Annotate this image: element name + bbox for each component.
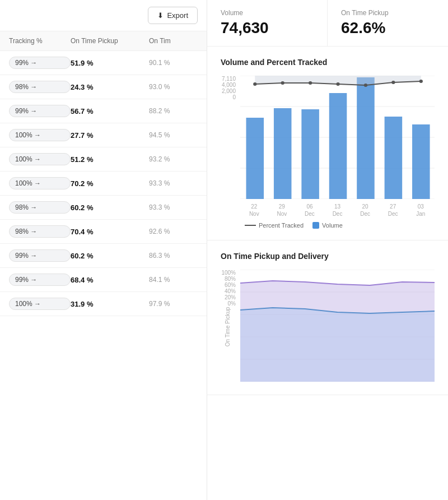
volume-value: 74,630 <box>221 19 314 37</box>
svg-point-19 <box>419 80 423 83</box>
on-time-pickup-cell: 60.2 % <box>71 203 149 212</box>
svg-point-15 <box>309 81 312 85</box>
legend-line-icon <box>245 225 256 226</box>
bar-chart-section: Volume and Percent Tracked 7,110 4,000 2… <box>207 47 448 240</box>
table-row: 99% →68.4 %84.1 % <box>0 268 207 292</box>
line-y-axis: 100% 80% 60% 40% 20% 0% <box>221 270 240 307</box>
svg-rect-9 <box>357 77 375 199</box>
metrics-row: Volume 74,630 On Time Pickup 62.6% <box>207 0 448 47</box>
legend-volume-label: Volume <box>322 222 343 229</box>
line-chart-y-label: On Time Pickup <box>225 307 231 346</box>
tracking-badge[interactable]: 98% → <box>9 225 71 238</box>
on-time-delivery-cell: 92.6 % <box>149 228 198 235</box>
on-time-pickup-cell: 56.7 % <box>71 107 149 115</box>
svg-point-16 <box>336 82 339 86</box>
on-time-pickup-cell: 68.4 % <box>71 276 149 284</box>
x-axis-label: 20Dec <box>351 203 379 217</box>
svg-point-17 <box>364 84 367 87</box>
svg-point-18 <box>391 81 395 84</box>
table-row: 99% →51.9 %90.1 % <box>0 51 207 75</box>
x-axis-label: 22Nov <box>240 203 268 217</box>
legend-percent-label: Percent Tracked <box>259 222 304 229</box>
export-icon: ⬇ <box>157 11 164 20</box>
on-time-delivery-cell: 93.3 % <box>149 203 198 211</box>
legend-box-icon <box>312 222 319 229</box>
svg-marker-27 <box>240 308 435 382</box>
legend-volume: Volume <box>312 222 343 229</box>
on-time-pickup-cell: 24.3 % <box>71 83 149 91</box>
table-header: Tracking % On Time Pickup On Tim <box>0 31 207 51</box>
on-time-delivery-cell: 93.2 % <box>149 155 198 163</box>
on-time-delivery-cell: 97.9 % <box>149 300 198 308</box>
on-time-delivery-cell: 86.3 % <box>149 252 198 260</box>
tracking-badge[interactable]: 98% → <box>9 81 71 93</box>
on-time-delivery-cell: 84.1 % <box>149 276 198 284</box>
bar-chart-title: Volume and Percent Tracked <box>221 58 435 67</box>
line-chart-section: On Time Pickup and Delivery 100% 80% 60%… <box>207 240 448 395</box>
svg-rect-10 <box>385 117 403 199</box>
line-chart-title: On Time Pickup and Delivery <box>221 252 435 261</box>
export-label: Export <box>167 11 188 20</box>
on-time-pickup-cell: 70.4 % <box>71 228 149 236</box>
bar-chart: 7,110 4,000 2,000 0 <box>221 76 435 229</box>
on-time-pickup-cell: 70.2 % <box>71 179 149 188</box>
table-row: 100% →51.2 %93.2 % <box>0 147 207 172</box>
svg-rect-5 <box>246 118 264 199</box>
export-bar: ⬇ Export <box>0 0 207 31</box>
right-panel: Volume 74,630 On Time Pickup 62.6% Volum… <box>207 0 448 500</box>
chart-legend: Percent Tracked Volume <box>245 222 435 229</box>
on-time-pickup-cell: 51.9 % <box>71 59 149 67</box>
on-time-pickup-cell: 51.2 % <box>71 155 149 164</box>
col-header-delivery: On Tim <box>149 37 198 45</box>
table-row: 100% →31.9 %97.9 % <box>0 292 207 316</box>
on-time-card: On Time Pickup 62.6% <box>328 0 448 46</box>
tracking-badge[interactable]: 99% → <box>9 57 71 69</box>
table-row: 100% →70.2 %93.3 % <box>0 172 207 196</box>
legend-percent-tracked: Percent Tracked <box>245 222 304 229</box>
x-axis-labels: 22Nov29Nov06Dec13Dec20Dec27Dec03Jan <box>240 203 435 217</box>
table-row: 98% →60.2 %93.3 % <box>0 196 207 220</box>
y-axis: 7,110 4,000 2,000 0 <box>221 76 240 100</box>
table-row: 99% →56.7 %88.2 % <box>0 99 207 123</box>
on-time-delivery-cell: 90.1 % <box>149 59 198 67</box>
table-body: 99% →51.9 %90.1 %98% →24.3 %93.0 %99% →5… <box>0 51 207 500</box>
volume-card: Volume 74,630 <box>207 0 328 46</box>
x-axis-label: 03Jan <box>407 203 435 217</box>
table-row: 100% →27.7 %94.5 % <box>0 123 207 147</box>
line-chart-svg <box>240 270 435 382</box>
tracking-badge[interactable]: 99% → <box>9 274 71 286</box>
table-row: 98% →70.4 %92.6 % <box>0 220 207 244</box>
svg-rect-6 <box>274 108 292 199</box>
tracking-badge[interactable]: 100% → <box>9 153 71 165</box>
volume-label: Volume <box>221 9 314 17</box>
on-time-pickup-cell: 60.2 % <box>71 252 149 260</box>
on-time-delivery-cell: 93.3 % <box>149 179 198 187</box>
x-axis-label: 29Nov <box>268 203 296 217</box>
on-time-pickup-cell: 27.7 % <box>71 131 149 140</box>
on-time-delivery-cell: 94.5 % <box>149 131 198 139</box>
line-chart-area: 100% 80% 60% 40% 20% 0% <box>221 270 435 383</box>
tracking-badge[interactable]: 99% → <box>9 249 71 262</box>
export-button[interactable]: ⬇ Export <box>148 7 198 24</box>
tracking-badge[interactable]: 100% → <box>9 177 71 189</box>
x-axis-label: 13Dec <box>324 203 352 217</box>
on-time-delivery-cell: 88.2 % <box>149 107 198 115</box>
tracking-badge[interactable]: 100% → <box>9 298 71 310</box>
on-time-pickup-cell: 31.9 % <box>71 300 149 308</box>
on-time-delivery-cell: 93.0 % <box>149 83 198 91</box>
x-axis-label: 06Dec <box>296 203 324 217</box>
svg-rect-7 <box>301 109 319 199</box>
svg-rect-8 <box>329 93 347 199</box>
svg-point-14 <box>281 81 284 85</box>
on-time-value: 62.6% <box>341 19 435 37</box>
on-time-label: On Time Pickup <box>341 9 435 17</box>
col-header-tracking: Tracking % <box>9 37 71 45</box>
table-row: 99% →60.2 %86.3 % <box>0 244 207 268</box>
svg-point-13 <box>253 82 256 86</box>
tracking-badge[interactable]: 100% → <box>9 129 71 141</box>
col-header-pickup: On Time Pickup <box>71 37 149 45</box>
table-row: 98% →24.3 %93.0 % <box>0 75 207 99</box>
x-axis-label: 27Dec <box>379 203 407 217</box>
tracking-badge[interactable]: 99% → <box>9 105 71 117</box>
tracking-badge[interactable]: 98% → <box>9 201 71 214</box>
